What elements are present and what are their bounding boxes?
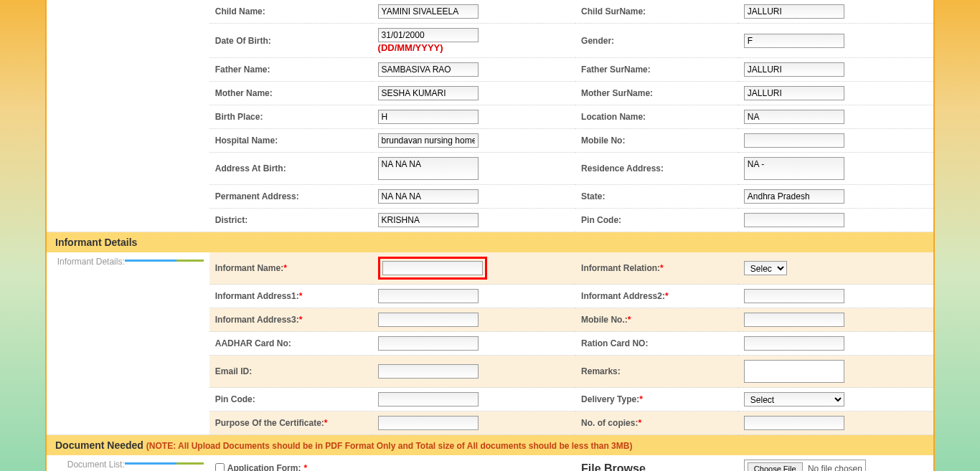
hospital-name-input[interactable]	[378, 133, 479, 148]
delivery-type-label: Delivery Type:	[581, 394, 639, 404]
document-side-label: Document List:	[67, 460, 125, 471]
informant-addr1-label: Informant Address1:	[215, 291, 299, 301]
father-surname-label: Father SurName:	[575, 58, 738, 82]
informant-section-title: Informant Details	[55, 237, 137, 248]
dob-hint: (DD/MM/YYYY)	[378, 42, 443, 53]
location-name-label: Location Name:	[575, 105, 738, 129]
mother-name-label: Mother Name:	[209, 82, 372, 105]
child-name-input[interactable]	[378, 4, 479, 19]
mother-name-input[interactable]	[378, 86, 479, 100]
ration-label: Ration Card NO:	[581, 338, 648, 348]
residence-address-input[interactable]: NA -	[744, 157, 844, 180]
purpose-label: Purpose Of the Certificate:	[215, 418, 324, 428]
informant-name-input[interactable]	[382, 261, 483, 275]
mother-surname-label: Mother SurName:	[575, 82, 738, 105]
gender-input[interactable]	[744, 34, 844, 48]
district-input[interactable]	[378, 213, 479, 227]
purpose-input[interactable]	[378, 416, 479, 430]
mother-surname-input[interactable]	[744, 86, 844, 100]
permanent-address-input[interactable]	[378, 189, 479, 204]
choose-file-button[interactable]: Choose File	[748, 462, 803, 471]
residence-address-label: Residence Address:	[575, 153, 738, 185]
application-form-checkbox[interactable]	[215, 463, 225, 471]
informant-addr2-input[interactable]	[744, 289, 844, 303]
informant-mobile-label: Mobile No.:	[581, 315, 628, 325]
pincode-label: Pin Code:	[575, 209, 738, 232]
birthplace-label: Birth Place:	[209, 105, 372, 129]
remarks-label: Remarks:	[581, 366, 621, 376]
informant-name-label: Informant Name:	[215, 263, 283, 273]
document-note: (NOTE: All Upload Documents should be in…	[146, 441, 633, 451]
state-label: State:	[575, 185, 738, 209]
informant-table: Informant Details: Informant Name:* Info…	[47, 252, 933, 435]
birthplace-input[interactable]	[378, 110, 479, 124]
child-details-table: Child Name: Child SurName: Date Of Birth…	[47, 0, 933, 232]
informant-pincode-label: Pin Code:	[215, 394, 255, 404]
permanent-address-label: Permanent Address:	[209, 185, 372, 209]
informant-relation-select[interactable]: Select	[744, 261, 787, 275]
document-table: Document List: Application Form:* File B…	[47, 455, 933, 471]
aadhar-input[interactable]	[378, 336, 479, 351]
document-section-title: Document Needed	[55, 439, 143, 451]
father-name-input[interactable]	[378, 62, 479, 77]
delivery-type-select[interactable]: Select	[744, 392, 844, 406]
mobile-no-input[interactable]	[744, 133, 844, 148]
ration-input[interactable]	[744, 336, 844, 351]
informant-addr1-input[interactable]	[378, 289, 479, 303]
dob-label: Date Of Birth:	[209, 24, 372, 58]
remarks-input[interactable]	[744, 360, 844, 383]
father-surname-input[interactable]	[744, 62, 844, 77]
address-birth-input[interactable]: NA NA NA	[378, 157, 479, 180]
informant-side-label: Informant Details:	[57, 257, 125, 272]
aadhar-label: AADHAR Card No:	[215, 338, 291, 348]
child-surname-input[interactable]	[744, 4, 844, 19]
gender-label: Gender:	[575, 24, 738, 58]
father-name-label: Father Name:	[209, 58, 372, 82]
informant-mobile-input[interactable]	[744, 313, 844, 327]
dob-input[interactable]	[378, 28, 479, 42]
informant-addr3-label: Informant Address3:	[215, 315, 299, 325]
document-section-header: Document Needed (NOTE: All Upload Docume…	[47, 435, 933, 455]
informant-addr3-input[interactable]	[378, 313, 479, 327]
informant-addr2-label: Informant Address2:	[581, 291, 665, 301]
hospital-name-label: Hospital Name:	[209, 129, 372, 153]
mobile-no-label: Mobile No:	[575, 129, 738, 153]
informant-section-header: Informant Details	[47, 232, 933, 252]
location-name-input[interactable]	[744, 110, 844, 124]
pincode-input[interactable]	[744, 213, 844, 227]
application-form-label: Application Form:	[227, 463, 301, 471]
no-file-text: No file chosen	[808, 464, 862, 471]
copies-input[interactable]	[744, 416, 844, 430]
state-input[interactable]	[744, 189, 844, 204]
copies-label: No. of copies:	[581, 418, 638, 428]
child-name-label: Child Name:	[209, 0, 372, 24]
informant-pincode-input[interactable]	[378, 392, 479, 406]
district-label: District:	[209, 209, 372, 232]
email-label: Email ID:	[215, 366, 252, 376]
file-browse-label: File Browse	[581, 462, 646, 471]
informant-relation-label: Informant Relation:	[581, 263, 660, 273]
address-birth-label: Address At Birth:	[209, 153, 372, 185]
email-input[interactable]	[378, 364, 479, 379]
child-surname-label: Child SurName:	[575, 0, 738, 24]
